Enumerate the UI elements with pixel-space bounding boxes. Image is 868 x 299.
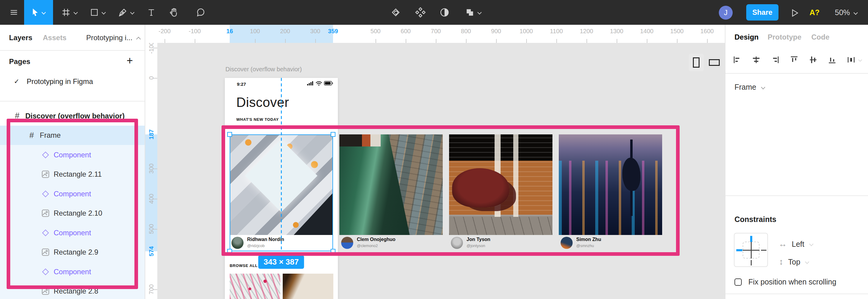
pen-tool-button[interactable] [115, 0, 137, 25]
tab-assets[interactable]: Assets [43, 25, 67, 51]
chevron-down-icon[interactable] [41, 10, 46, 15]
tab-design[interactable]: Design [735, 25, 758, 50]
tab-layers[interactable]: Layers [9, 25, 32, 51]
avatar-initial: J [724, 8, 727, 17]
ruler-tick [164, 39, 165, 43]
mask-button[interactable] [434, 0, 455, 25]
horizontal-constraint-dropdown[interactable]: ↔ Left [778, 239, 813, 249]
layer-row-rectangle-2-11[interactable]: Rectangle 2.11 [0, 165, 145, 184]
divider [725, 294, 868, 294]
ruler-tick [436, 39, 436, 43]
constraint-right-tick[interactable] [761, 250, 767, 251]
frame-type-dropdown[interactable]: Frame [735, 83, 765, 91]
align-left-icon[interactable] [733, 55, 742, 64]
chevron-down-icon[interactable] [73, 10, 78, 15]
add-page-button[interactable]: + [127, 54, 133, 67]
layer-row-discover-overflow-behavior-[interactable]: #Discover (overflow behavior) [0, 106, 145, 126]
constraint-top-tick[interactable] [750, 236, 752, 242]
tab-prototype[interactable]: Prototype [768, 25, 801, 50]
missing-fonts-badge[interactable]: A? [809, 8, 819, 17]
chevron-down-icon[interactable] [477, 10, 482, 15]
card-author-name: Clem Onojeghuo [357, 237, 396, 242]
share-button[interactable]: Share [746, 4, 778, 21]
ruler-tick [587, 39, 587, 43]
text-tool-button[interactable] [144, 0, 159, 25]
text-tool-icon [147, 7, 156, 17]
left-panel: Layers Assets Prototyping i... Pages + ✓… [0, 25, 145, 299]
hand-tool-button[interactable] [165, 0, 183, 25]
selection-outline[interactable] [230, 134, 333, 251]
layer-label: Rectangle 2.11 [54, 170, 102, 179]
ruler-label: -200 [158, 28, 170, 35]
selection-handle[interactable] [227, 249, 232, 254]
ruler-label: 359 [328, 28, 338, 35]
ruler-label: 1100 [550, 28, 563, 35]
layer-row-component[interactable]: Component [0, 145, 145, 165]
canvas-frame-title[interactable]: Discover (overflow behavior) [225, 66, 302, 73]
chevron-down-icon[interactable] [130, 10, 134, 15]
layer-row-component[interactable]: Component [0, 184, 145, 203]
edit-object-button[interactable] [385, 0, 406, 25]
ruler-label: 1000 [520, 28, 533, 35]
selection-handle[interactable] [331, 249, 336, 254]
tab-code[interactable]: Code [811, 25, 830, 50]
present-button[interactable] [789, 8, 800, 19]
portrait-orientation-button[interactable] [689, 54, 704, 71]
boolean-groups-button[interactable] [459, 0, 488, 25]
avatar[interactable]: J [719, 6, 733, 20]
tab-prototyping[interactable]: Prototyping i... [86, 25, 132, 51]
layer-row-rectangle-2-10[interactable]: Rectangle 2.10 [0, 203, 145, 223]
selection-handle[interactable] [227, 132, 232, 137]
comment-tool-button[interactable] [192, 0, 210, 25]
chevron-down-icon[interactable] [101, 10, 106, 15]
move-tool-button[interactable] [24, 0, 53, 25]
ruler-tick [526, 39, 527, 43]
align-vertical-center-icon[interactable] [809, 55, 818, 64]
ruler-tick [617, 39, 617, 43]
zoom-level: 50% [835, 8, 850, 17]
create-component-button[interactable] [410, 0, 431, 25]
frame-tool-button[interactable] [58, 0, 81, 25]
align-top-icon[interactable] [789, 55, 799, 64]
fix-position-checkbox[interactable] [735, 278, 742, 286]
card-meta: Clem Onojeghuo@clemono2 [339, 235, 443, 251]
selection-handle[interactable] [331, 132, 336, 137]
landscape-orientation-button[interactable] [707, 54, 722, 71]
align-bottom-icon[interactable] [828, 55, 837, 64]
image-icon [41, 248, 50, 256]
zoom-menu[interactable]: 50% [835, 8, 858, 17]
fix-position-row[interactable]: Fix position when scrolling [735, 277, 836, 286]
discover-card[interactable]: Clem Onojeghuo@clemono2 [339, 134, 443, 251]
layer-row-component[interactable]: Component [0, 223, 145, 243]
layer-icon [41, 153, 50, 157]
discover-card[interactable]: Jon Tyson@jontyson [449, 134, 553, 251]
ruler-label: 1400 [640, 28, 654, 35]
layer-row-frame[interactable]: #Frame [0, 126, 145, 145]
horizontal-ruler: -200-10016100200300359500600700800900100… [145, 25, 725, 43]
card-meta: Jon Tyson@jontyson [449, 235, 553, 251]
distribute-menu[interactable] [846, 55, 862, 64]
component-icon [42, 229, 49, 236]
layer-label: Component [54, 228, 91, 237]
constraint-left-tick[interactable] [736, 249, 742, 251]
constraint-bottom-tick[interactable] [751, 260, 752, 266]
landscape-icon [709, 59, 720, 66]
align-horizontal-center-icon[interactable] [752, 55, 761, 64]
chevron-up-icon[interactable] [136, 36, 141, 40]
ruler-label: 100 [250, 28, 260, 35]
align-right-icon[interactable] [771, 55, 780, 64]
ruler-tick [153, 168, 157, 169]
shape-tool-button[interactable] [86, 0, 109, 25]
vertical-constraint-dropdown[interactable]: ↕ Top [779, 257, 809, 267]
discover-card[interactable]: Simon Zhu@smnzhu [559, 134, 662, 251]
ruler-label: 200 [280, 28, 290, 35]
layer-row-rectangle-2-8[interactable]: Rectangle 2.8 [0, 281, 145, 299]
constraints-widget[interactable] [734, 233, 768, 267]
main-menu-button[interactable] [5, 0, 23, 25]
layer-row-rectangle-2-9[interactable]: Rectangle 2.9 [0, 243, 145, 262]
layer-row-component[interactable]: Component [0, 262, 145, 281]
page-item[interactable]: ✓ Prototyping in Figma [0, 72, 145, 91]
avatar [561, 237, 572, 249]
ruler-tick [647, 39, 647, 43]
vertical-arrow-icon: ↕ [779, 257, 783, 267]
